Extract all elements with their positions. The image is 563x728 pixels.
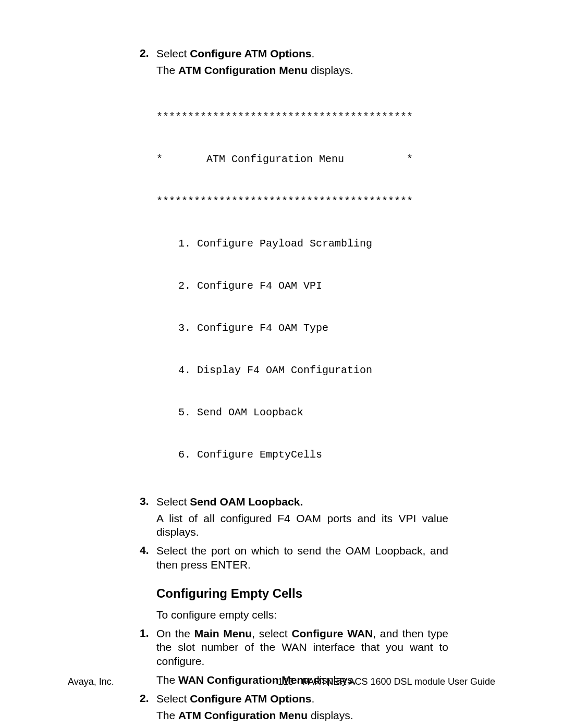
text: , select bbox=[252, 627, 291, 639]
menu-item: 4. Display F4 OAM Configuration bbox=[156, 363, 448, 377]
footer-company: Avaya, Inc. bbox=[68, 676, 114, 687]
step-num: 4. bbox=[140, 544, 149, 557]
footer-doc-title: PARTNER ACS 1600 DSL module User Guide bbox=[302, 676, 495, 687]
bold: Configure WAN bbox=[291, 627, 373, 639]
step-text: On the Main Menu, select Configure WAN, … bbox=[156, 627, 448, 668]
bold: ATM Configuration Menu bbox=[178, 64, 308, 76]
step-text: Select Send OAM Loopback. bbox=[156, 495, 448, 509]
menu-item: 5. Send OAM Loopback bbox=[156, 405, 448, 419]
atm-config-menu-1: ****************************************… bbox=[156, 82, 448, 490]
step-num: 2. bbox=[140, 692, 149, 705]
step-subtext: A list of all configured F4 OAM ports an… bbox=[156, 512, 448, 539]
heading-configuring-empty-cells: Configuring Empty Cells bbox=[156, 586, 448, 601]
footer-page-number: - 115 - bbox=[272, 676, 299, 687]
step-text: Select Configure ATM Options. bbox=[156, 692, 448, 706]
bold: ATM Configuration Menu bbox=[178, 709, 308, 721]
step-num: 2. bbox=[140, 47, 149, 59]
text: displays. bbox=[308, 709, 353, 721]
text: Select bbox=[156, 47, 190, 59]
text: displays. bbox=[308, 64, 353, 76]
menu-item: 1. Configure Payload Scrambling bbox=[156, 237, 448, 251]
text: Select bbox=[156, 693, 190, 705]
text: The bbox=[156, 64, 178, 76]
menu-item: 3. Configure F4 OAM Type bbox=[156, 321, 448, 335]
bold: Configure ATM Options bbox=[190, 47, 311, 59]
step-subtext: The ATM Configuration Menu displays. bbox=[156, 64, 448, 77]
step-3-top: 3. Select Send OAM Loopback. A list of a… bbox=[156, 495, 448, 539]
text: . bbox=[312, 47, 315, 59]
step-text: Select Configure ATM Options. bbox=[156, 47, 448, 60]
step-2-top: 2. Select Configure ATM Options. The ATM… bbox=[156, 47, 448, 490]
menu-item: 6. Configure EmptyCells bbox=[156, 448, 448, 462]
text: . bbox=[312, 693, 315, 705]
text: The bbox=[156, 709, 178, 721]
page-footer: Avaya, Inc. - 115 - PARTNER ACS 1600 DSL… bbox=[68, 676, 495, 687]
step-4-top: 4. Select the port on which to send the … bbox=[156, 544, 448, 572]
text: On the bbox=[156, 627, 194, 639]
menu-title: * ATM Configuration Menu * bbox=[156, 152, 448, 166]
bold: Send OAM Loopback. bbox=[190, 496, 303, 508]
step-subtext: The ATM Configuration Menu displays. bbox=[156, 709, 448, 722]
step-num: 1. bbox=[140, 627, 149, 639]
menu-border: ****************************************… bbox=[156, 110, 448, 124]
bold: Configure ATM Options bbox=[190, 693, 311, 705]
step-2-bottom: 2. Select Configure ATM Options. The ATM… bbox=[156, 692, 448, 728]
menu-border: ****************************************… bbox=[156, 194, 448, 208]
step-num: 3. bbox=[140, 495, 149, 508]
intro-text: To configure empty cells: bbox=[156, 608, 448, 622]
menu-item: 2. Configure F4 OAM VPI bbox=[156, 279, 448, 293]
bold: Main Menu bbox=[194, 627, 252, 639]
step-text: Select the port on which to send the OAM… bbox=[156, 544, 448, 572]
text: Select bbox=[156, 496, 190, 508]
